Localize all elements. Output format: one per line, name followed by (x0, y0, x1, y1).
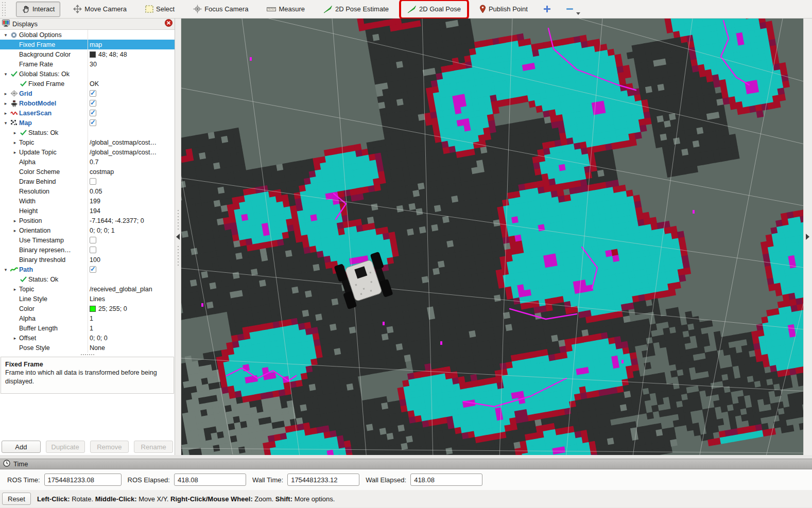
property-value[interactable]: map (90, 40, 102, 49)
property-value[interactable]: 1 (90, 313, 93, 323)
expander-open-icon[interactable]: ▾ (2, 32, 9, 38)
property-value[interactable]: /global_costmap/cost… (90, 147, 157, 157)
expander-open-icon[interactable]: ▾ (2, 72, 9, 77)
property-value[interactable]: 199 (90, 196, 100, 206)
property-value[interactable]: 1 (90, 323, 93, 333)
tool-button-2d-goal-pose[interactable]: 2D Goal Pose (402, 2, 467, 17)
expand-right-arrow-icon[interactable] (806, 234, 809, 240)
expander-closed-icon[interactable]: ▸ (11, 140, 19, 145)
property-value[interactable]: 0.7 (90, 157, 98, 167)
clock-icon (3, 460, 10, 469)
property-value[interactable]: 30 (90, 59, 97, 69)
tool-button-label: Publish Point (489, 5, 528, 13)
property-label: RobotModel (19, 100, 56, 107)
time-fields-row: ROS Time:ROS Elapsed:Wall Time:Wall Elap… (0, 469, 812, 490)
pose-arrow-icon (323, 5, 333, 13)
enabled-checkbox[interactable] (90, 119, 96, 126)
enabled-checkbox[interactable] (90, 110, 96, 116)
left-splitter[interactable] (175, 19, 181, 455)
tree-help-splitter[interactable] (0, 353, 175, 357)
property-value[interactable]: None (90, 343, 105, 353)
property-value[interactable]: costmap (90, 167, 114, 177)
enabled-checkbox[interactable] (90, 237, 96, 243)
expander-closed-icon[interactable]: ▸ (11, 287, 19, 292)
add-display-button[interactable]: Add (2, 441, 41, 453)
property-value[interactable]: /global_costmap/cost… (90, 137, 157, 147)
property-value[interactable]: 194 (90, 206, 100, 216)
enabled-checkbox[interactable] (90, 90, 96, 97)
property-label: Buffer Length (19, 325, 58, 332)
expander-closed-icon[interactable]: ▸ (11, 130, 19, 135)
property-value[interactable]: 100 (90, 255, 100, 265)
tool-button-measure[interactable]: Measure (261, 2, 310, 17)
ros-elapsed-input[interactable] (174, 474, 246, 486)
robot-icon (9, 100, 19, 107)
property-label: Global Options (19, 31, 62, 39)
expander-closed-icon[interactable]: ▸ (2, 101, 9, 106)
property-label: Topic (19, 139, 34, 146)
enabled-checkbox[interactable] (90, 247, 96, 253)
property-label: Orientation (19, 227, 50, 234)
toolbar-drag-handle[interactable] (2, 2, 7, 16)
tool-button-interact[interactable]: Interact (16, 2, 60, 17)
expander-closed-icon[interactable]: ▸ (11, 218, 19, 223)
help-text: Frame into which all data is transformed… (5, 369, 169, 386)
tool-button-2d-pose-estimate[interactable]: 2D Pose Estimate (318, 2, 394, 17)
expander-open-icon[interactable]: ▾ (2, 267, 9, 272)
expander-closed-icon[interactable]: ▸ (11, 150, 19, 155)
enabled-checkbox[interactable] (90, 100, 96, 107)
enabled-checkbox[interactable] (90, 178, 96, 185)
color-value[interactable]: 25; 255; 0 (98, 305, 127, 312)
tool-button-select[interactable]: Select (140, 2, 180, 17)
tool-dropdown-caret[interactable] (576, 12, 580, 15)
wall-time-input[interactable] (287, 474, 359, 486)
toolbar: InteractMove CameraSelectFocus CameraMea… (0, 0, 812, 19)
property-value[interactable]: 0; 0; 0 (90, 333, 108, 343)
property-value[interactable]: Lines (90, 294, 105, 304)
property-value[interactable]: /received_global_plan (90, 284, 152, 294)
property-value[interactable]: -7.1644; -4.2377; 0 (90, 216, 144, 225)
color-value[interactable]: 48; 48; 48 (98, 51, 127, 58)
property-label: Binary threshold (19, 256, 65, 264)
time-panel-title: Time (13, 460, 28, 468)
property-label: Alpha (19, 159, 36, 166)
add-tool-button[interactable] (541, 3, 554, 16)
property-label: Alpha (19, 315, 36, 322)
property-value[interactable]: 0; 0; 0; 1 (90, 225, 115, 235)
expander-closed-icon[interactable]: ▸ (2, 111, 9, 116)
property-value[interactable]: 0.05 (90, 186, 102, 196)
close-panel-button[interactable] (165, 19, 172, 29)
plus-icon (543, 5, 551, 13)
displays-panel-header[interactable]: Displays (0, 19, 175, 30)
property-label: Position (19, 217, 42, 224)
expander-closed-icon[interactable]: ▸ (2, 91, 9, 96)
property-label: Draw Behind (19, 178, 56, 185)
tool-button-focus-camera[interactable]: Focus Camera (187, 2, 254, 17)
color-swatch[interactable] (90, 306, 96, 312)
time-panel-header[interactable]: Time (0, 459, 812, 469)
tool-button-label: Focus Camera (204, 5, 248, 13)
tool-button-publish-point[interactable]: Publish Point (474, 2, 533, 17)
goal-arrow-icon (407, 5, 417, 13)
tool-button-move-camera[interactable]: Move Camera (67, 2, 132, 17)
ros-time-input[interactable] (44, 474, 122, 486)
3d-viewport[interactable] (181, 19, 803, 455)
property-value[interactable]: OK (90, 79, 99, 89)
displays-buttons-row: AddDuplicateRemoveRename (0, 439, 175, 455)
remove-tool-button[interactable] (563, 3, 577, 16)
color-swatch[interactable] (90, 51, 96, 58)
wall-elapsed-input[interactable] (410, 474, 482, 486)
expander-closed-icon[interactable]: ▸ (11, 228, 19, 233)
ros-time-label: ROS Time: (7, 476, 40, 484)
gear-icon (9, 31, 19, 39)
expander-closed-icon[interactable]: ▸ (11, 336, 19, 341)
help-title: Fixed Frame (5, 360, 169, 369)
reset-button[interactable]: Reset (2, 493, 31, 505)
enabled-checkbox[interactable] (90, 266, 96, 273)
tool-buttons: InteractMove CameraSelectFocus CameraMea… (16, 2, 541, 17)
property-label: Path (19, 266, 33, 273)
rviz-window: InteractMove CameraSelectFocus CameraMea… (0, 0, 812, 508)
expander-open-icon[interactable]: ▾ (2, 120, 9, 126)
right-splitter[interactable] (803, 19, 812, 455)
collapse-left-arrow-icon[interactable] (176, 234, 180, 240)
